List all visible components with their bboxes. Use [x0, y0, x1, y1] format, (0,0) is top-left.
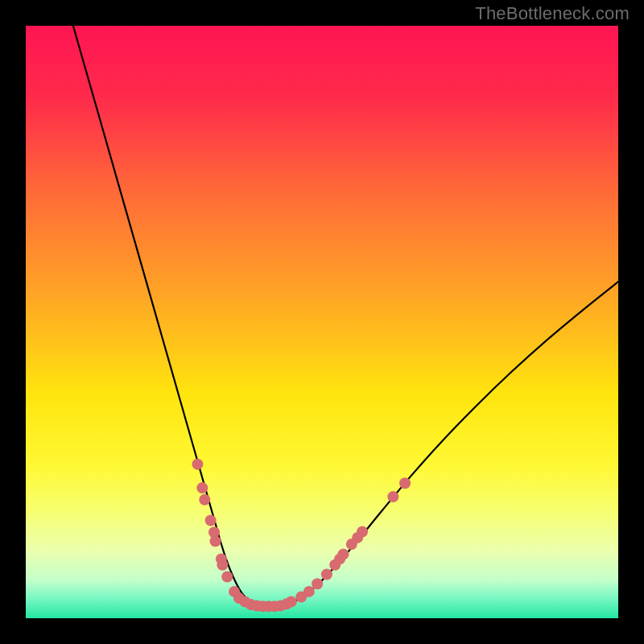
- curve-layer: [26, 26, 618, 618]
- marker-dot: [196, 482, 208, 493]
- marker-dot: [303, 586, 315, 597]
- marker-dot: [205, 515, 217, 526]
- marker-dot: [321, 569, 332, 580]
- marker-dot: [221, 571, 233, 582]
- marker-dot: [210, 535, 221, 547]
- marker-dot: [312, 578, 323, 589]
- marker-dot: [199, 494, 210, 506]
- chart-stage: TheBottleneck.com: [0, 0, 644, 644]
- marker-dot: [286, 596, 297, 607]
- watermark-label: TheBottleneck.com: [475, 3, 630, 24]
- marker-dot: [387, 491, 398, 502]
- marker-dot: [338, 549, 349, 560]
- marker-dot: [357, 526, 368, 538]
- marker-dot: [192, 459, 203, 470]
- plot-area: [26, 26, 618, 618]
- marker-dot: [217, 559, 228, 571]
- marker-dots: [192, 459, 411, 613]
- bottleneck-curve: [73, 26, 618, 607]
- marker-dot: [399, 477, 411, 489]
